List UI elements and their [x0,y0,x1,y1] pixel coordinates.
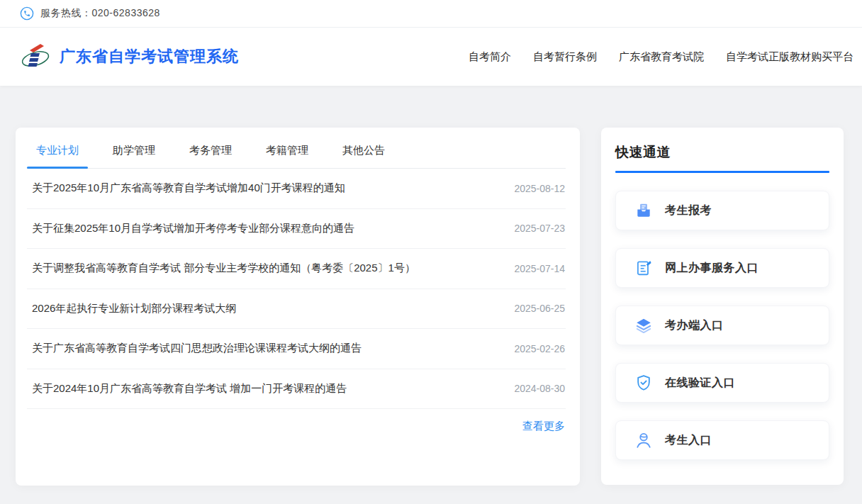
announcement-row: 关于2024年10月广东省高等教育自学考试 增加一门开考课程的通告 2024-0… [27,369,566,410]
quick-item-candidate-registration[interactable]: 考生报考 [615,191,829,230]
nav-link-intro[interactable]: 自考简介 [469,50,511,64]
tab-other-notices[interactable]: 其他公告 [333,144,394,168]
tab-major-plans[interactable]: 专业计划 [27,144,88,168]
quick-item-label: 在线验证入口 [665,376,735,391]
announcement-tabs: 专业计划 助学管理 考务管理 考籍管理 其他公告 [27,128,566,169]
announcement-date: 2025-06-25 [514,303,565,314]
announcement-row: 2026年起执行专业新计划部分课程考试大纲 2025-06-25 [27,289,566,330]
announcement-row: 关于2025年10月广东省高等教育自学考试增加40门开考课程的通知 2025-0… [27,169,566,209]
nav-link-exam-authority[interactable]: 广东省教育考试院 [619,50,704,64]
shield-check-icon [634,374,653,392]
document-edit-icon [634,259,653,277]
quick-item-exam-office-portal[interactable]: 考办端入口 [615,306,829,345]
title-underline [615,171,829,173]
quick-channel-panel: 快速通道 考生报考 [601,128,844,485]
announcement-link[interactable]: 关于2024年10月广东省高等教育自学考试 增加一门开考课程的通告 [32,382,347,396]
layers-icon [634,316,653,335]
quick-item-label: 考办端入口 [665,318,724,333]
site-title: 广东省自学考试管理系统 [60,46,239,67]
announcement-date: 2025-02-26 [514,343,565,354]
announcement-date: 2025-07-23 [514,223,565,234]
announcement-link[interactable]: 关于调整我省高等教育自学考试 部分专业主考学校的通知（粤考委〔2025〕1号） [32,262,415,275]
announcement-link[interactable]: 关于征集2025年10月自学考试增加开考停考专业部分课程意向的通告 [32,222,354,235]
announcement-row: 关于调整我省高等教育自学考试 部分专业主考学校的通知（粤考委〔2025〕1号） … [27,249,566,289]
tab-exam-records[interactable]: 考籍管理 [257,144,318,168]
announcement-list: 关于2025年10月广东省高等教育自学考试增加40门开考课程的通知 2025-0… [27,169,566,409]
quick-item-label: 考生报考 [665,203,712,218]
quick-channel-title: 快速通道 [615,143,829,162]
announcement-link[interactable]: 关于2025年10月广东省高等教育自学考试增加40门开考课程的通知 [32,181,345,195]
announcement-date: 2024-08-30 [514,383,565,394]
inbox-icon [634,201,653,220]
tab-study-support[interactable]: 助学管理 [103,144,164,168]
site-logo [20,41,51,72]
top-bar: 服务热线：020-62833628 [0,0,862,28]
phone-icon [20,6,34,21]
quick-item-online-verification[interactable]: 在线验证入口 [615,363,829,403]
announcement-row: 关于广东省高等教育自学考试四门思想政治理论课课程考试大纲的通告 2025-02-… [27,329,566,369]
announcement-link[interactable]: 关于广东省高等教育自学考试四门思想政治理论课课程考试大纲的通告 [32,342,362,355]
tab-exam-affairs[interactable]: 考务管理 [180,144,241,168]
more-row: 查看更多 [27,409,566,433]
announcement-date: 2025-08-12 [514,183,565,194]
nav-link-regulations[interactable]: 自考暂行条例 [533,50,597,64]
page-body: 专业计划 助学管理 考务管理 考籍管理 其他公告 关于2025年10月广东省高等… [0,86,862,486]
announcement-row: 关于征集2025年10月自学考试增加开考停考专业部分课程意向的通告 2025-0… [27,209,566,250]
user-icon [634,431,653,449]
view-more-link[interactable]: 查看更多 [522,420,565,432]
site-header: 广东省自学考试管理系统 自考简介 自考暂行条例 广东省教育考试院 自学考试正版教… [0,28,862,86]
nav-link-textbook-platform[interactable]: 自学考试正版教材购买平台 [726,50,853,64]
quick-item-online-services[interactable]: 网上办事服务入口 [615,248,829,288]
announcements-card: 专业计划 助学管理 考务管理 考籍管理 其他公告 关于2025年10月广东省高等… [16,128,580,486]
quick-item-candidate-portal[interactable]: 考生入口 [615,420,829,460]
hotline-text: 服务热线：020-62833628 [40,7,160,20]
quick-item-label: 考生入口 [665,433,712,448]
announcement-date: 2025-07-14 [514,263,565,274]
header-nav: 自考简介 自考暂行条例 广东省教育考试院 自学考试正版教材购买平台 [469,50,853,64]
announcement-link[interactable]: 2026年起执行专业新计划部分课程考试大纲 [32,302,236,315]
quick-item-label: 网上办事服务入口 [665,261,759,276]
